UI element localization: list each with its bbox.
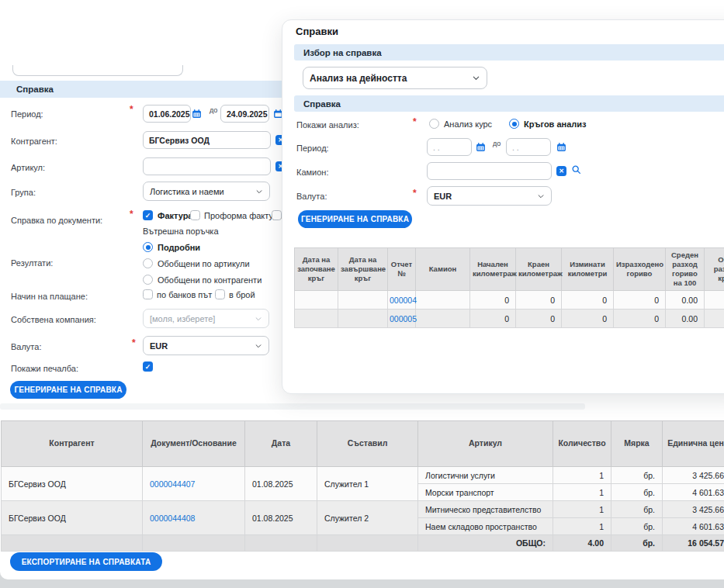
col-header: Съставил [317, 421, 418, 467]
internal-order-checkbox-label: Вътрешна поръчка [143, 227, 219, 236]
period-to-value: 24.09.2025 [227, 109, 268, 119]
documents-report-table: Контрагент Документ/Основание Дата Съста… [1, 420, 724, 552]
report-link[interactable]: 000004 [390, 296, 417, 305]
truck-input[interactable] [427, 162, 552, 180]
col-header: Общ разход кръг [705, 248, 724, 291]
driven-km-cell: 0 [562, 310, 614, 328]
export-report-button-label: ЕКСПОРТИРАНЕ НА СПРАВКАТА [22, 558, 151, 566]
payment-label: Начин на плащане: [11, 292, 88, 301]
col-header: Контрагент [2, 421, 143, 467]
chevron-down-icon [255, 188, 263, 195]
table-row: БГСервиз ООД 0000044408 01.08.2025 Служи… [2, 501, 724, 518]
qty-cell: 1 [553, 518, 611, 535]
report-type-select[interactable]: Анализ на дейността [303, 67, 487, 89]
period-to-input[interactable]: 24.09.2025 [220, 105, 269, 123]
contragent-label: Контрагент: [11, 137, 57, 146]
report-no-cell: 000004 [388, 291, 416, 310]
rp-period-to-input[interactable]: . . [506, 138, 551, 156]
rp-period-label: Период: [296, 144, 329, 153]
show-profit-checkbox[interactable] [143, 361, 153, 372]
required-marker: * [132, 339, 136, 347]
empty-cell [245, 535, 317, 552]
group-label: Група: [11, 188, 36, 197]
start-km-cell: 0 [470, 291, 516, 310]
article-cell: Логистични услуги [418, 467, 553, 484]
truck-cell [416, 310, 470, 328]
col-header: Дата на започване кръг [295, 248, 338, 291]
export-report-button[interactable]: ЕКСПОРТИРАНЕ НА СПРАВКАТА [10, 552, 162, 571]
total-cost-cell [705, 310, 724, 328]
col-header: Артикул [418, 421, 553, 467]
clear-x-icon[interactable] [556, 166, 566, 176]
cash-checkbox[interactable] [215, 289, 225, 299]
col-header: Дата на завършване кръг [338, 248, 388, 291]
calendar-icon[interactable] [192, 109, 202, 119]
report-section-header: Справка [294, 95, 724, 112]
report-link[interactable]: 000005 [390, 314, 417, 323]
currency-select[interactable]: EUR [143, 336, 269, 355]
driven-km-cell: 0 [562, 291, 614, 310]
invoice-checkbox[interactable] [143, 210, 153, 220]
required-marker: * [413, 189, 417, 197]
col-header: Камион [416, 248, 470, 291]
document-link[interactable]: 0000044407 [150, 479, 195, 489]
start-date-cell [295, 291, 338, 310]
article-input[interactable] [143, 157, 271, 175]
total-price-cell: 16 054.57 [663, 535, 724, 552]
col-header: Мярка [611, 421, 663, 467]
qty-cell: 1 [553, 467, 611, 484]
article-cell: Митническо представителство [418, 501, 553, 518]
rp-period-to-placeholder: . . [512, 143, 519, 152]
proforma-checkbox[interactable] [190, 210, 200, 220]
trip-table-row: 000005 0 0 0 0 0.00 [295, 310, 724, 328]
table-row: БГСервиз ООД 0000044407 01.08.2025 Служи… [2, 467, 724, 484]
calendar-icon[interactable] [556, 142, 566, 152]
date-cell: 01.08.2025 [245, 501, 317, 535]
section-divider [0, 403, 585, 410]
rp-currency-select[interactable]: EUR [427, 186, 552, 206]
invoice-checkbox-label: Фактура [158, 211, 192, 220]
group-select-value: Логистика и наеми [150, 187, 224, 196]
empty-cell [317, 535, 418, 552]
bank-transfer-checkbox[interactable] [143, 289, 153, 299]
calendar-icon[interactable] [476, 142, 486, 152]
analysis-circular-radio[interactable] [509, 119, 519, 129]
results-detailed-radio[interactable] [143, 242, 153, 252]
analysis-circular-label: Кръгов анализ [524, 119, 587, 129]
period-from-value: 01.06.2025 [149, 109, 190, 119]
trip-table-row: 000004 0 0 0 0 0.00 [295, 291, 724, 310]
content-card: Справка Период: * 01.06.2025 до 24.09.20… [0, 0, 724, 579]
own-company-select[interactable]: [моля, изберете] [143, 309, 269, 328]
cut-off-select[interactable] [12, 65, 183, 76]
chevron-down-icon [255, 342, 262, 350]
rp-period-from-input[interactable]: . . [427, 138, 472, 156]
contragent-cell: БГСервиз ООД [2, 501, 143, 535]
currency-label: Валута: [11, 342, 41, 351]
group-select[interactable]: Логистика и наеми [143, 182, 270, 201]
col-header: Отчет № [388, 248, 416, 291]
start-date-cell [295, 310, 338, 328]
document-link[interactable]: 0000044408 [150, 514, 195, 523]
reports-panel: Справки Избор на справка Анализ на дейно… [282, 19, 724, 394]
unit-price-cell: 4 601.63 [663, 518, 724, 535]
results-by-articles-radio[interactable] [143, 258, 153, 268]
own-company-placeholder: [моля, изберете] [150, 314, 215, 323]
analysis-course-radio[interactable] [429, 119, 439, 129]
results-by-contragents-radio[interactable] [143, 275, 153, 285]
unit-cell: бр. [611, 467, 663, 484]
rp-generate-report-button[interactable]: ГЕНЕРИРАНЕ НА СПРАВКА [298, 210, 412, 228]
reports-panel-title: Справки [296, 26, 338, 37]
col-header: Начален километраж [470, 248, 516, 291]
qty-cell: 1 [553, 501, 611, 518]
col-header: Дата [245, 421, 317, 467]
analysis-label: Покажи анализ: [296, 120, 359, 130]
generate-report-button[interactable]: ГЕНЕРИРАНЕ НА СПРАВКА [10, 381, 126, 399]
contragent-input[interactable]: БГСервиз ООД [143, 131, 271, 149]
contragent-value: БГСервиз ООД [149, 136, 210, 145]
trip-table-header-row: Дата на започване кръг Дата на завършван… [295, 248, 724, 291]
period-from-input[interactable]: 01.06.2025 [143, 105, 191, 123]
unit-cell: бр. [611, 518, 663, 535]
total-cost-cell [705, 291, 724, 310]
internal-order-checkbox[interactable] [272, 210, 282, 220]
search-icon[interactable] [571, 164, 581, 175]
